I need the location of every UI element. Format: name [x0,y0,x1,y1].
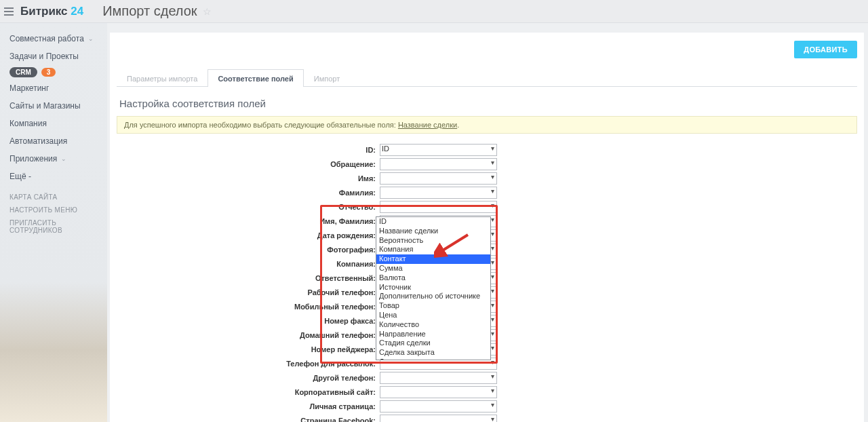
field-mapping-select[interactable] [380,372,497,384]
brand-name: Битрикс [20,5,68,18]
field-mapping-select[interactable] [380,187,497,199]
form-row: Телефон для рассылок: [117,357,605,370]
page-title: Импорт сделок [102,3,197,19]
form-row: ID:ID [117,143,605,157]
form-row: Ответственный: [117,271,605,285]
sidebar-item-label: Задачи и Проекты [9,52,79,61]
form-label: Ответственный: [117,274,380,282]
chevron-down-icon: ⌄ [61,155,66,162]
sidebar-item-label: Компания [9,119,47,128]
form-row: Страница Facebook: [117,414,605,422]
sidebar-item-label: Маркетинг [9,83,49,93]
sidebar-item[interactable]: Автоматизация [0,132,107,150]
form-row: Фотография: [117,243,605,256]
add-button[interactable]: ДОБАВИТЬ [794,41,857,58]
form-row: Отчество: [117,200,605,214]
form-label: ID: [117,146,380,154]
crm-pill: CRM [9,67,37,77]
form-label: Имя: [117,174,380,183]
sidebar-item[interactable]: Совместная работа⌄ [0,30,107,47]
form-label: Домашний телефон: [117,331,380,339]
tabs: Параметры импортаСоответствие полейИмпор… [117,69,857,87]
form-label: Личная страница: [117,402,380,410]
dropdown-option[interactable]: Стадия сделки [376,339,490,348]
form-label: Отчество: [117,203,380,211]
form-row: Рабочий телефон: [117,286,605,299]
dropdown-option[interactable]: Цена [376,311,490,320]
dropdown-option[interactable]: Валюта [376,273,490,283]
field-mapping-select[interactable] [380,415,497,422]
dropdown-option[interactable]: Компания [376,245,490,254]
form-row: Другой телефон: [117,371,605,385]
field-mapping-select[interactable]: ID [380,144,497,156]
field-mapping-select[interactable] [380,158,497,170]
form-row: Номер факса: [117,314,605,328]
form-label: Другой телефон: [117,374,380,382]
form-label: Страница Facebook: [117,417,380,422]
dropdown-option[interactable]: Источник [376,283,490,292]
form-label: Имя, Фамилия: [117,217,380,225]
form-row: Мобильный телефон: [117,300,605,313]
notice-banner: Для успешного импорта необходимо выбрать… [117,116,857,134]
hamburger-icon[interactable] [4,5,16,18]
dropdown-option[interactable]: Товар [376,301,490,311]
sidebar-small-link[interactable]: НАСТРОИТЬ МЕНЮ [0,204,107,216]
tab[interactable]: Импорт [304,69,350,87]
form-label: Рабочий телефон: [117,288,380,296]
chevron-down-icon: ⌄ [88,35,94,42]
dropdown-option[interactable]: Контакт [376,254,490,264]
form-label: Корпоративный сайт: [117,388,380,396]
sidebar-item[interactable]: Задачи и Проекты [0,47,107,65]
sidebar-item-label: Совместная работа [9,34,84,43]
form-row: Корпоративный сайт: [117,385,605,399]
dropdown-option[interactable]: Вероятность [376,236,490,246]
section-title: Настройка соответствия полей [119,98,857,109]
form-row: Домашний телефон: [117,328,605,342]
sidebar-item[interactable]: Приложения⌄ [0,150,107,168]
dropdown-option[interactable]: ID [376,217,490,227]
field-mapping-select[interactable] [380,400,497,413]
crm-count-badge: 3 [41,68,56,77]
form-row: Имя: [117,172,605,185]
sidebar-item[interactable]: Маркетинг [0,79,107,97]
tab[interactable]: Соответствие полей [208,69,303,87]
field-mapping-select[interactable] [380,386,497,398]
sidebar-item-label: Сайты и Магазины [9,101,81,111]
form-row: Имя, Фамилия:Контакт [117,214,605,228]
form-label: Мобильный телефон: [117,303,380,311]
field-mapping-select[interactable] [380,201,497,213]
dropdown-option[interactable]: Дополнительно об источнике [376,292,490,301]
sidebar-small-link[interactable]: КАРТА САЙТА [0,191,107,204]
form-row: Фамилия: [117,186,605,199]
sidebar-item-label: Ещё - [9,172,31,181]
dropdown-option[interactable]: Доступен для всех [376,358,490,360]
brand-suffix: 24 [71,5,83,18]
dropdown-option[interactable]: Направление [376,330,490,339]
field-mapping-select[interactable] [380,172,497,185]
sidebar-item[interactable]: Компания [0,115,107,132]
form-row: Номер пейджера: [117,343,605,356]
tab[interactable]: Параметры импорта [117,69,208,87]
form-label: Номер пейджера: [117,345,380,353]
brand-logo: Битрикс 24 [20,5,83,18]
sidebar-item[interactable]: Ещё - [0,168,107,185]
dropdown-option[interactable]: Сумма [376,264,490,273]
main-area: ДОБАВИТЬ Параметры импортаСоответствие п… [107,23,868,422]
form-label: Фотография: [117,246,380,254]
sidebar-small-link[interactable]: ПРИГЛАСИТЬ СОТРУДНИКОВ [0,216,107,237]
dropdown-option[interactable]: Название сделки [376,227,490,236]
form-row: Личная страница: [117,400,605,413]
favorite-star-icon[interactable]: ☆ [203,6,212,17]
form-label: Дата рождения: [117,231,380,239]
form-label: Обращение: [117,160,380,168]
dropdown-option[interactable]: Сделка закрыта [376,348,490,358]
form-row: Обращение: [117,157,605,171]
field-dropdown-open[interactable]: IDНазвание сделкиВероятностьКомпанияКонт… [376,216,491,360]
notice-required-field: Название сделки [398,121,457,129]
dropdown-option[interactable]: Количество [376,320,490,330]
form-label: Телефон для рассылок: [117,360,380,368]
sidebar-item-crm[interactable]: CRM3 [0,65,107,79]
sidebar-item-label: Автоматизация [9,136,67,146]
sidebar-item[interactable]: Сайты и Магазины [0,97,107,115]
form-row: Дата рождения: [117,229,605,242]
